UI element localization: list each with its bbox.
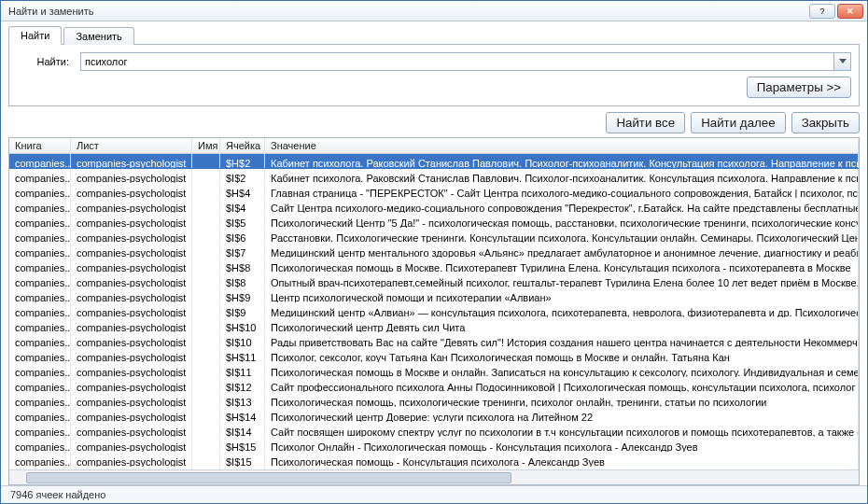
cell-value: Психологический центр Доверие: услуги пс…	[265, 408, 859, 422]
table-row[interactable]: companies...companies-psychologist$I$13П…	[9, 393, 859, 408]
table-row[interactable]: companies...companies-psychologist$H$2Ка…	[9, 154, 859, 169]
col-header-value[interactable]: Значение	[265, 138, 859, 153]
cell-book: companies...	[9, 363, 71, 377]
cell-book: companies...	[9, 318, 71, 332]
cell-value: Расстановки. Психологические тренинги. К…	[265, 229, 859, 243]
close-button[interactable]: Закрыть	[791, 112, 860, 133]
cell-name	[192, 438, 220, 452]
cell-name	[192, 408, 220, 422]
table-row[interactable]: companies...companies-psychologist$I$6Ра…	[9, 229, 859, 244]
cell-value: Психологическая помощь, психологические …	[265, 393, 859, 407]
cell-cell: $I$2	[220, 169, 265, 183]
tab-strip: Найти Заменить	[1, 21, 867, 44]
cell-book: companies...	[9, 244, 71, 258]
cell-cell: $H$15	[220, 438, 265, 452]
cell-sheet: companies-psychologist	[71, 348, 192, 362]
cell-sheet: companies-psychologist	[71, 333, 192, 347]
cell-cell: $H$11	[220, 348, 265, 362]
cell-sheet: companies-psychologist	[71, 363, 192, 377]
cell-sheet: companies-psychologist	[71, 244, 192, 258]
table-row[interactable]: companies...companies-psychologist$H$4Гл…	[9, 184, 859, 199]
table-row[interactable]: companies...companies-psychologist$H$10П…	[9, 318, 859, 333]
cell-name	[192, 318, 220, 332]
table-row[interactable]: companies...companies-psychologist$I$14С…	[9, 423, 859, 438]
window-title: Найти и заменить	[5, 6, 807, 17]
table-row[interactable]: companies...companies-psychologist$I$8Оп…	[9, 273, 859, 288]
table-row[interactable]: companies...companies-psychologist$I$4Са…	[9, 199, 859, 214]
status-text: 7946 ячеек найдено	[10, 489, 105, 500]
table-row[interactable]: companies...companies-psychologist$I$7Ме…	[9, 244, 859, 259]
find-combo[interactable]	[80, 52, 851, 71]
table-row[interactable]: companies...companies-psychologist$I$11П…	[9, 363, 859, 378]
cell-name	[192, 453, 220, 467]
chevron-down-icon	[839, 59, 847, 64]
find-dropdown-button[interactable]	[833, 53, 850, 70]
help-button[interactable]: ?	[809, 4, 835, 19]
dialog-find-replace: Найти и заменить ? ✕ Найти Заменить Найт…	[0, 0, 868, 504]
cell-name	[192, 214, 220, 228]
cell-name	[192, 333, 220, 347]
cell-value: Рады приветствовать Вас на сайте "Девять…	[265, 333, 859, 347]
cell-cell: $H$9	[220, 288, 265, 302]
find-input[interactable]	[81, 53, 833, 70]
table-row[interactable]: companies...companies-psychologist$I$12С…	[9, 378, 859, 393]
cell-cell: $I$10	[220, 333, 265, 347]
cell-value: Опытный врач-психотерапевт,семейный псих…	[265, 273, 859, 287]
action-buttons: Найти все Найти далее Закрыть	[8, 112, 860, 133]
col-header-name[interactable]: Имя	[192, 138, 220, 153]
cell-value: Медицинский центр ментального здоровья «…	[265, 244, 859, 258]
scrollbar-thumb[interactable]	[26, 472, 511, 483]
table-row[interactable]: companies...companies-psychologist$I$5Пс…	[9, 214, 859, 229]
table-row[interactable]: companies...companies-psychologist$H$8Пс…	[9, 259, 859, 273]
table-row[interactable]: companies...companies-psychologist$H$11П…	[9, 348, 859, 363]
options-button[interactable]: Параметры >>	[747, 77, 851, 98]
window-close-button[interactable]: ✕	[837, 4, 863, 19]
find-row: Найти:	[17, 52, 851, 71]
col-header-book[interactable]: Книга	[9, 138, 71, 153]
cell-book: companies...	[9, 199, 71, 213]
cell-value: Психологическая помощь - Консультация пс…	[265, 453, 859, 467]
cell-cell: $I$5	[220, 214, 265, 228]
cell-cell: $I$15	[220, 453, 265, 467]
cell-sheet: companies-psychologist	[71, 438, 192, 452]
cell-sheet: companies-psychologist	[71, 303, 192, 317]
cell-name	[192, 244, 220, 258]
tab-find[interactable]: Найти	[8, 26, 62, 45]
cell-book: companies...	[9, 214, 71, 228]
table-row[interactable]: companies...companies-psychologist$I$2Ка…	[9, 169, 859, 184]
cell-cell: $H$10	[220, 318, 265, 332]
cell-book: companies...	[9, 423, 71, 437]
col-header-sheet[interactable]: Лист	[71, 138, 192, 153]
cell-name	[192, 184, 220, 198]
table-row[interactable]: companies...companies-psychologist$H$15П…	[9, 438, 859, 453]
cell-book: companies...	[9, 169, 71, 183]
horizontal-scrollbar[interactable]	[9, 469, 859, 484]
cell-book: companies...	[9, 288, 71, 302]
find-label: Найти:	[17, 56, 73, 67]
cell-cell: $I$8	[220, 273, 265, 287]
cell-sheet: companies-psychologist	[71, 453, 192, 467]
tab-replace[interactable]: Заменить	[63, 27, 133, 45]
table-row[interactable]: companies...companies-psychologist$H$9Це…	[9, 288, 859, 303]
cell-sheet: companies-psychologist	[71, 199, 192, 213]
cell-cell: $H$8	[220, 259, 265, 273]
find-next-button[interactable]: Найти далее	[691, 112, 786, 133]
find-all-button[interactable]: Найти все	[606, 112, 685, 133]
cell-cell: $H$2	[220, 154, 265, 168]
cell-name	[192, 348, 220, 362]
table-row[interactable]: companies...companies-psychologist$H$14П…	[9, 408, 859, 423]
cell-cell: $I$13	[220, 393, 265, 407]
cell-name	[192, 259, 220, 273]
cell-book: companies...	[9, 303, 71, 317]
cell-book: companies...	[9, 348, 71, 362]
table-row[interactable]: companies...companies-psychologist$I$10Р…	[9, 333, 859, 348]
cell-value: Сайт посвящен широкому спектру услуг по …	[265, 423, 859, 437]
cell-sheet: companies-psychologist	[71, 184, 192, 198]
grid-body[interactable]: companies...companies-psychologist$H$2Ка…	[9, 154, 859, 469]
grid-header: Книга Лист Имя Ячейка Значение	[9, 138, 859, 154]
col-header-cell[interactable]: Ячейка	[220, 138, 265, 153]
table-row[interactable]: companies...companies-psychologist$I$9Ме…	[9, 303, 859, 318]
cell-name	[192, 423, 220, 437]
cell-book: companies...	[9, 259, 71, 273]
table-row[interactable]: companies...companies-psychologist$I$15П…	[9, 453, 859, 468]
